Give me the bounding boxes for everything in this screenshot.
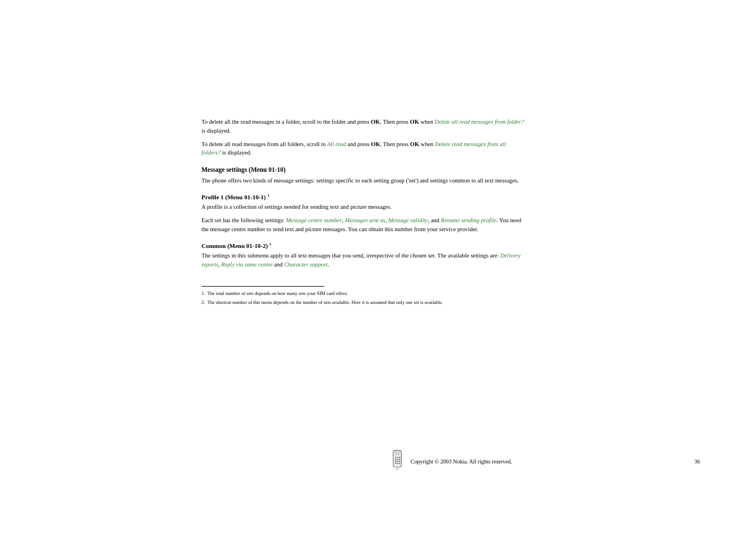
rename-sending-profile-link: Rename sending profile (441, 217, 496, 223)
footnote-ref-2: 2 (269, 242, 271, 246)
common-body: The settings in this submenu apply to al… (201, 251, 526, 269)
ok-bold-1: OK (371, 119, 380, 125)
common-heading: Common (Menu 01-10-2) 2 (201, 242, 526, 249)
messages-sent-as-link: Messages sent as (345, 217, 385, 223)
ok-bold-3: OK (371, 141, 380, 147)
svg-rect-11 (395, 463, 396, 465)
svg-rect-8 (395, 461, 396, 462)
svg-rect-5 (395, 458, 396, 460)
message-settings-heading: Message settings (Menu 01-10) (201, 166, 526, 173)
all-read-link: All read (327, 141, 346, 147)
delete-all-paragraph: To delete all read messages from all fol… (201, 140, 526, 158)
svg-rect-2 (395, 457, 396, 458)
svg-rect-6 (397, 458, 398, 460)
footnote-divider (201, 286, 325, 287)
message-validity-link: Message validity (388, 217, 428, 223)
page: To delete all the read messages in a fol… (0, 0, 756, 534)
nokia-phone-icon (389, 450, 405, 472)
ok-bold-2: OK (410, 119, 419, 125)
delete-all-link: Delete read messages from all folders? (201, 141, 506, 156)
delete-folder-paragraph: To delete all the read messages in a fol… (201, 118, 526, 135)
svg-rect-12 (397, 463, 398, 465)
content-area: To delete all the read messages in a fol… (201, 118, 526, 307)
footnote-ref-1: 1 (267, 193, 270, 198)
profile1-heading: Profile 1 (Menu 01-10-1) 1 (201, 193, 526, 200)
reply-via-same-centre-link: Reply via same centre (221, 261, 273, 268)
svg-rect-7 (398, 458, 400, 460)
svg-rect-13 (398, 463, 400, 465)
message-settings-body: The phone offers two kinds of message se… (201, 176, 526, 185)
footer-area: Copyright © 2003 Nokia. All rights reser… (201, 450, 700, 472)
page-number: 36 (694, 458, 700, 465)
delete-folder-link: Delete all read messages from folder? (435, 119, 524, 125)
svg-rect-3 (397, 457, 398, 458)
ok-bold-4: OK (410, 141, 419, 147)
profile1-line2: Each set has the following settings: Mes… (201, 216, 526, 234)
svg-rect-9 (397, 461, 398, 462)
message-centre-number-link: Message centre number (286, 217, 342, 223)
svg-rect-4 (398, 457, 400, 458)
footnote-2: 2. The shortcut number of this menu depe… (201, 299, 526, 306)
footer-copyright: Copyright © 2003 Nokia. All rights reser… (411, 458, 512, 465)
profile1-line1: A profile is a collection of settings ne… (201, 203, 526, 212)
footnote-1: 1. The total number of sets depends on h… (201, 290, 526, 297)
character-support-link: Character support (284, 261, 328, 268)
svg-rect-1 (394, 452, 400, 456)
svg-rect-10 (398, 461, 400, 462)
footnotes: 1. The total number of sets depends on h… (201, 290, 526, 306)
svg-point-14 (395, 468, 399, 470)
